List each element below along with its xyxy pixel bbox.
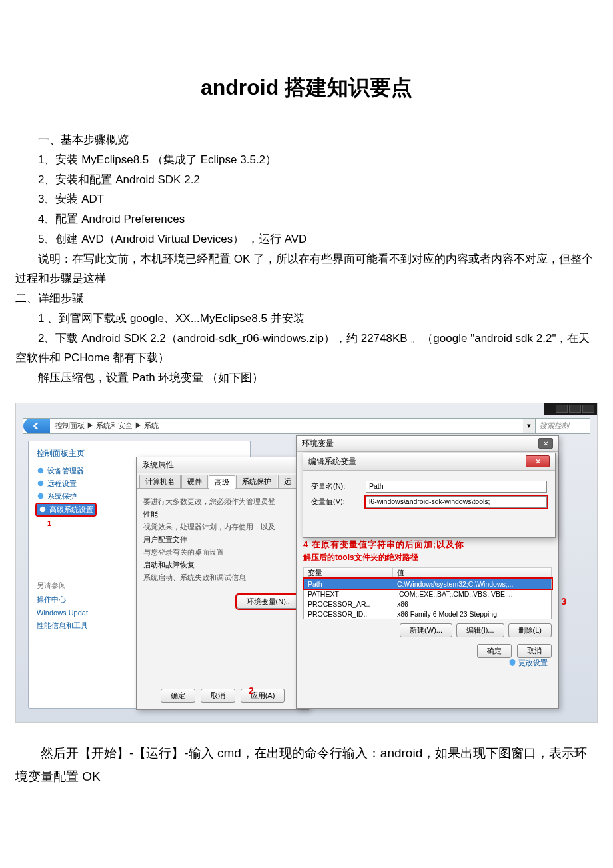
cell-val[interactable]: x86 (393, 599, 552, 609)
tab-remote[interactable]: 远 (278, 475, 297, 488)
perf-title: 性能 (143, 509, 302, 519)
apply-button[interactable]: 应用(A) (241, 689, 285, 703)
profile-title: 用户配置文件 (143, 535, 302, 545)
ok-button[interactable]: 确定 (477, 644, 512, 658)
boot-sub: 系统启动、系统失败和调试信息 (143, 573, 302, 583)
dialog-title: 系统属性 (137, 457, 308, 473)
explorer-window: 控制面板 ▶ 系统和安全 ▶ 系统 ▾ 搜索控制 www 控制面板主页 设备管理… (16, 403, 597, 722)
admin-note: 要进行大多数更改，您必须作为管理员登 (143, 497, 302, 507)
sidebar-advanced-settings[interactable]: 高级系统设置 (37, 504, 95, 515)
outro-paragraph: 然后开【开始】-【运行】-输入 cmd，在出现的命令行输入：android，如果… (15, 741, 598, 788)
heading-1: 一、基本步骤概览 (15, 130, 598, 150)
env-var-button[interactable]: 环境变量(N)... (237, 595, 302, 609)
var-value-field[interactable]: l6-windows\android-sdk-windows\tools; (366, 496, 547, 508)
callout-3: 3 (561, 596, 566, 607)
sidebar-label: 高级系统设置 (49, 505, 93, 515)
cell-var[interactable]: PROCESSOR_ID.. (304, 609, 393, 619)
dropdown-icon[interactable]: ▾ (523, 419, 535, 433)
svg-point-3 (40, 507, 46, 513)
detail-3: 解压压缩包，设置 Path 环境变量 （如下图） (15, 368, 598, 388)
var-value-label: 变量值(V): (311, 497, 358, 507)
dialog-title: 编辑系统变量 (308, 456, 356, 467)
step-2: 2、安装和配置 Android SDK 2.2 (15, 170, 598, 190)
back-button-icon[interactable] (23, 419, 50, 433)
cell-val[interactable]: .COM;.EXE;.BAT;.CMD;.VBS;.VBE;... (393, 589, 552, 599)
step-4: 4、配置 Android Preferences (15, 209, 598, 229)
minimize-icon[interactable] (556, 405, 568, 413)
delete-button[interactable]: 删除(L) (508, 623, 552, 637)
breadcrumb[interactable]: 控制面板 ▶ 系统和安全 ▶ 系统 (50, 421, 523, 431)
step-5: 5、创建 AVD（Android Virtual Devices） ，运行 AV… (15, 229, 598, 249)
profile-sub: 与您登录有关的桌面设置 (143, 547, 302, 557)
sidebar-label: 远程设置 (47, 479, 77, 489)
cell-var[interactable]: PROCESSOR_AR.. (304, 599, 393, 609)
var-name-label: 变量名(N): (311, 481, 358, 491)
search-input[interactable]: 搜索控制 (535, 419, 588, 433)
intro-text: 一、基本步骤概览 1、安装 MyEclipse8.5 （集成了 Eclipse … (7, 130, 606, 393)
edit-button[interactable]: 编辑(I)... (456, 623, 504, 637)
tab-advanced[interactable]: 高级 (209, 475, 235, 489)
callout-2: 2 (249, 685, 254, 696)
cell-var[interactable]: Path (304, 579, 393, 589)
env-var-screenshot: 控制面板 ▶ 系统和安全 ▶ 系统 ▾ 搜索控制 www 控制面板主页 设备管理… (15, 403, 598, 723)
window-controls[interactable] (544, 403, 597, 415)
svg-point-2 (38, 493, 44, 499)
step-1: 1、安装 MyEclipse8.5 （集成了 Eclipse 3.5.2） (15, 150, 598, 170)
cancel-button[interactable]: 取消 (517, 644, 552, 658)
svg-point-1 (38, 481, 44, 487)
col-val: 值 (393, 567, 552, 579)
edit-system-variable-dialog: 编辑系统变量 ✕ 变量名(N): Path 变量值(V): l6-windows… (303, 453, 556, 538)
doc-title: android 搭建知识要点 (7, 73, 606, 103)
sidebar-label: 系统保护 (47, 491, 77, 501)
sidebar-label: 设备管理器 (47, 466, 84, 476)
tab-strip[interactable]: 计算机名 硬件 高级 系统保护 远 (137, 473, 308, 489)
note: 说明：在写此文前，本机环境已经配置 OK 了，所以在有些界面可能看不到对应的内容… (15, 249, 598, 289)
address-bar[interactable]: 控制面板 ▶ 系统和安全 ▶ 系统 ▾ 搜索控制 (23, 418, 590, 434)
cell-val[interactable]: x86 Family 6 Model 23 Stepping (393, 609, 552, 619)
maximize-icon[interactable] (569, 405, 581, 413)
close-icon[interactable] (582, 405, 594, 413)
outro-text: 然后开【开始】-【运行】-输入 cmd，在出现的命令行输入：android，如果… (7, 728, 606, 796)
tab-hardware[interactable]: 硬件 (181, 475, 208, 488)
perf-sub: 视觉效果，处理器计划，内存使用，以及 (143, 522, 302, 532)
dialog-title: 环境变量 (302, 438, 334, 449)
system-properties-dialog: 系统属性 计算机名 硬件 高级 系统保护 远 要进行大多数更改，您必须作为管理员… (136, 457, 309, 710)
close-icon[interactable]: ✕ (526, 455, 550, 467)
tab-protection[interactable]: 系统保护 (236, 475, 277, 488)
heading-2: 二、详细步骤 (15, 289, 598, 309)
callout-4-line1: 4 在原有变量值字符串的后面加;以及你 (303, 539, 552, 551)
tab-computer-name[interactable]: 计算机名 (139, 475, 181, 488)
system-vars-table[interactable]: 变量值 PathC:\Windows\system32;C:\Windows;.… (303, 567, 552, 619)
close-icon[interactable]: ✕ (538, 438, 553, 449)
shield-icon (508, 659, 516, 667)
change-settings-link[interactable]: 更改设置 (508, 658, 548, 668)
change-settings-label: 更改设置 (518, 658, 548, 668)
cell-val[interactable]: C:\Windows\system32;C:\Windows;... (393, 579, 552, 589)
step-3: 3、安装 ADT (15, 189, 598, 209)
new-button[interactable]: 新建(W)... (400, 623, 452, 637)
callout-4-line2: 解压后的tools文件夹的绝对路径 (303, 552, 552, 563)
col-var: 变量 (304, 567, 393, 579)
detail-1: 1 、到官网下载或 google、XX...MyEclipse8.5 并安装 (15, 309, 598, 329)
ok-button[interactable]: 确定 (161, 689, 195, 703)
boot-title: 启动和故障恢复 (143, 560, 302, 570)
var-name-field[interactable]: Path (366, 481, 547, 493)
detail-2: 2、下载 Android SDK 2.2（android-sdk_r06-win… (15, 329, 598, 369)
cancel-button[interactable]: 取消 (201, 689, 235, 703)
doc-body: 一、基本步骤概览 1、安装 MyEclipse8.5 （集成了 Eclipse … (7, 123, 606, 796)
svg-point-0 (38, 468, 44, 474)
cell-var[interactable]: PATHEXT (304, 589, 393, 599)
